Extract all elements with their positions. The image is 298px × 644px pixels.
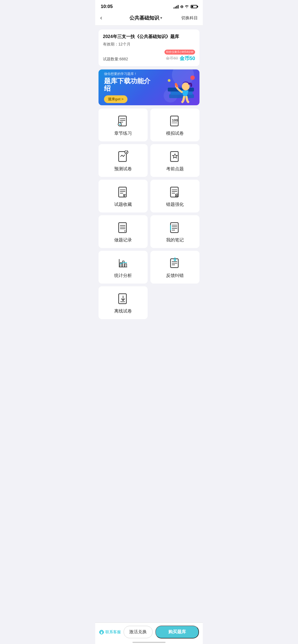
banner[interactable]: 做你想要的学习题库！ 题库下载功能介绍 速来get >: [99, 69, 199, 105]
menu-item-wrong[interactable]: 错题强化: [150, 180, 199, 212]
svg-rect-18: [119, 187, 126, 197]
svg-rect-47: [119, 294, 126, 304]
menu-item-keypoints[interactable]: 考前点题: [150, 144, 199, 177]
svg-point-11: [118, 123, 121, 126]
price-tag: 特价仅剩:5小时54分钟: [164, 50, 195, 55]
price-row: 金币60 金币50: [166, 55, 195, 62]
svg-point-6: [168, 79, 171, 82]
menu-item-notes[interactable]: 我的笔记: [150, 215, 199, 248]
predict-label: 预测试卷: [114, 166, 132, 172]
keypoints-icon: [168, 150, 182, 163]
menu-grid: 章节练习 100 模拟试卷 预测: [99, 109, 199, 319]
nav-header: ‹ 公共基础知识 ▾ 切换科目: [95, 12, 203, 26]
wrong-label: 错题强化: [166, 202, 184, 208]
keypoints-label: 考前点题: [166, 166, 184, 172]
banner-subtitle: 做你想要的学习题库！: [104, 72, 153, 76]
collect-icon: [116, 185, 130, 199]
menu-item-stats[interactable]: 统计分析: [99, 251, 148, 284]
status-icons: ⊖: [174, 4, 197, 9]
menu-item-feedback[interactable]: 反馈纠错: [150, 251, 199, 284]
main-content: 2024年三支一扶《公共基础知识》题库 有效期：12个月 试题数量:6882 特…: [95, 26, 203, 348]
chapter-icon: [116, 114, 130, 128]
switch-subject-button[interactable]: 切换科目: [181, 15, 198, 21]
original-price: 金币60: [166, 56, 178, 61]
wifi-icon: ⊖: [180, 4, 189, 9]
status-bar: 10:05 ⊖: [95, 0, 203, 12]
product-card: 2024年三支一扶《公共基础知识》题库 有效期：12个月 试题数量:6882 特…: [99, 29, 199, 66]
time-display: 10:05: [101, 4, 113, 9]
collect-label: 试题收藏: [114, 202, 132, 208]
svg-point-5: [190, 76, 195, 80]
svg-point-46: [174, 259, 176, 261]
svg-rect-40: [123, 261, 124, 267]
chapter-label: 章节练习: [114, 131, 132, 136]
signal-icon: [174, 5, 179, 9]
banner-illustration: [158, 69, 199, 105]
banner-left: 做你想要的学习题库！ 题库下载功能介绍 速来get >: [99, 69, 158, 105]
mock-icon: 100: [168, 114, 182, 128]
product-title: 2024年三支一扶《公共基础知识》题库: [103, 34, 195, 40]
menu-item-mock[interactable]: 100 模拟试卷: [150, 109, 199, 141]
nav-title-area[interactable]: 公共基础知识 ▾: [129, 15, 162, 21]
wrong-icon: [168, 185, 182, 199]
svg-rect-31: [171, 223, 178, 233]
stats-label: 统计分析: [114, 273, 132, 279]
svg-rect-0: [169, 94, 194, 98]
menu-item-history[interactable]: 做题记录: [99, 215, 148, 248]
offline-label: 离线试卷: [114, 308, 132, 314]
product-validity: 有效期：12个月: [103, 42, 195, 47]
menu-item-collect[interactable]: 试题收藏: [99, 180, 148, 212]
menu-item-offline[interactable]: 离线试卷: [99, 286, 148, 319]
product-count: 试题数量:6882: [103, 57, 128, 62]
menu-item-predict[interactable]: 预测试卷: [99, 144, 148, 177]
product-bottom-row: 试题数量:6882 特价仅剩:5小时54分钟 金币60 金币50: [103, 50, 195, 62]
history-label: 做题记录: [114, 237, 132, 243]
banner-button[interactable]: 速来get >: [104, 95, 127, 103]
feedback-icon: [168, 256, 182, 270]
nav-title: 公共基础知识: [129, 15, 159, 21]
dropdown-icon: ▾: [160, 16, 162, 20]
feedback-label: 反馈纠错: [166, 273, 184, 279]
stats-icon: [116, 256, 130, 270]
notes-icon: [168, 221, 182, 235]
product-price-area: 特价仅剩:5小时54分钟 金币60 金币50: [164, 50, 195, 62]
svg-rect-41: [125, 264, 127, 267]
offline-icon: [116, 292, 130, 306]
svg-rect-4: [174, 83, 179, 88]
current-price: 金币50: [180, 55, 195, 62]
svg-point-16: [125, 150, 128, 154]
battery-icon: [191, 5, 197, 8]
svg-rect-17: [171, 152, 178, 161]
mock-label: 模拟试卷: [166, 131, 184, 136]
back-button[interactable]: ‹: [100, 14, 110, 21]
predict-icon: [116, 150, 130, 163]
svg-text:100: 100: [172, 118, 178, 122]
notes-label: 我的笔记: [166, 237, 184, 243]
history-icon: [116, 221, 130, 235]
banner-title: 题库下载功能介绍: [104, 77, 153, 92]
menu-item-chapter[interactable]: 章节练习: [99, 109, 148, 141]
